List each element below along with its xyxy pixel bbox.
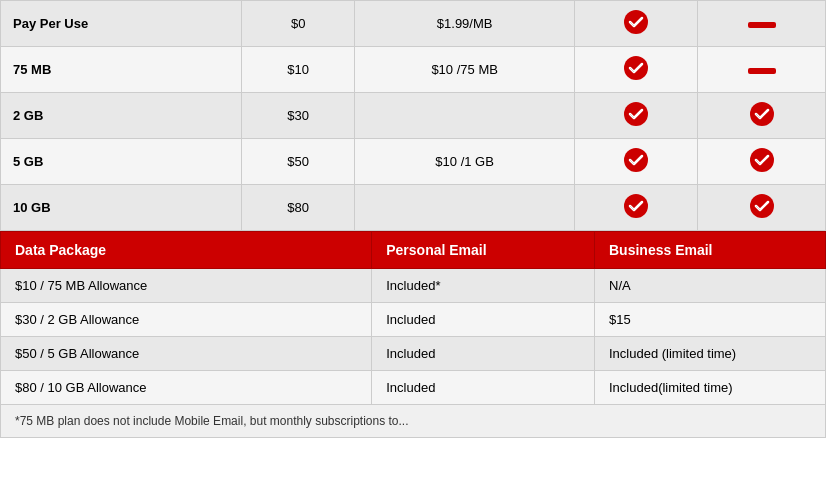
dash-icon (748, 68, 776, 74)
table-row: $30 / 2 GB Allowance Included $15 (1, 303, 826, 337)
personal-cell: Included (372, 303, 595, 337)
top-table: Pay Per Use $0 $1.99/MB 75 MB $10 $10 /7… (0, 0, 826, 231)
svg-point-6 (624, 194, 648, 218)
business-cell: $15 (595, 303, 826, 337)
pkg-cell: $10 / 75 MB Allowance (1, 269, 372, 303)
check-icon (749, 193, 775, 219)
plan-label: 2 GB (1, 93, 242, 139)
col4-cell (575, 1, 698, 47)
svg-point-2 (624, 102, 648, 126)
plan-price: $30 (242, 93, 355, 139)
svg-point-0 (624, 10, 648, 34)
svg-point-4 (624, 148, 648, 172)
business-cell: Included(limited time) (595, 371, 826, 405)
col-header-pkg: Data Package (1, 232, 372, 269)
col5-cell (698, 185, 826, 231)
personal-cell: Included (372, 371, 595, 405)
table-row: $50 / 5 GB Allowance Included Included (… (1, 337, 826, 371)
svg-point-1 (624, 56, 648, 80)
plan-rate (354, 93, 574, 139)
col5-cell (698, 93, 826, 139)
personal-cell: Included (372, 337, 595, 371)
plan-rate: $10 /1 GB (354, 139, 574, 185)
check-icon (623, 147, 649, 173)
pkg-cell: $80 / 10 GB Allowance (1, 371, 372, 405)
col5-cell (698, 47, 826, 93)
plan-label: 5 GB (1, 139, 242, 185)
plan-rate: $1.99/MB (354, 1, 574, 47)
col5-cell (698, 1, 826, 47)
check-icon (623, 193, 649, 219)
svg-point-5 (750, 148, 774, 172)
pkg-cell: $30 / 2 GB Allowance (1, 303, 372, 337)
col4-cell (575, 47, 698, 93)
check-icon (623, 9, 649, 35)
check-icon (623, 55, 649, 81)
table-row: $10 / 75 MB Allowance Included* N/A (1, 269, 826, 303)
check-icon (623, 101, 649, 127)
plan-label: 75 MB (1, 47, 242, 93)
plan-price: $80 (242, 185, 355, 231)
col5-cell (698, 139, 826, 185)
bottom-table: Data Package Personal Email Business Ema… (0, 231, 826, 438)
svg-point-3 (750, 102, 774, 126)
personal-cell: Included* (372, 269, 595, 303)
table-row: $80 / 10 GB Allowance Included Included(… (1, 371, 826, 405)
dash-icon (748, 22, 776, 28)
footnote: *75 MB plan does not include Mobile Emai… (1, 405, 826, 438)
svg-point-7 (750, 194, 774, 218)
check-icon (749, 101, 775, 127)
check-icon (749, 147, 775, 173)
col4-cell (575, 93, 698, 139)
plan-price: $50 (242, 139, 355, 185)
plan-rate: $10 /75 MB (354, 47, 574, 93)
pkg-cell: $50 / 5 GB Allowance (1, 337, 372, 371)
col4-cell (575, 139, 698, 185)
col-header-personal: Personal Email (372, 232, 595, 269)
plan-rate (354, 185, 574, 231)
plan-label: Pay Per Use (1, 1, 242, 47)
plan-label: 10 GB (1, 185, 242, 231)
plan-price: $10 (242, 47, 355, 93)
business-cell: Included (limited time) (595, 337, 826, 371)
col4-cell (575, 185, 698, 231)
plan-price: $0 (242, 1, 355, 47)
col-header-business: Business Email (595, 232, 826, 269)
business-cell: N/A (595, 269, 826, 303)
